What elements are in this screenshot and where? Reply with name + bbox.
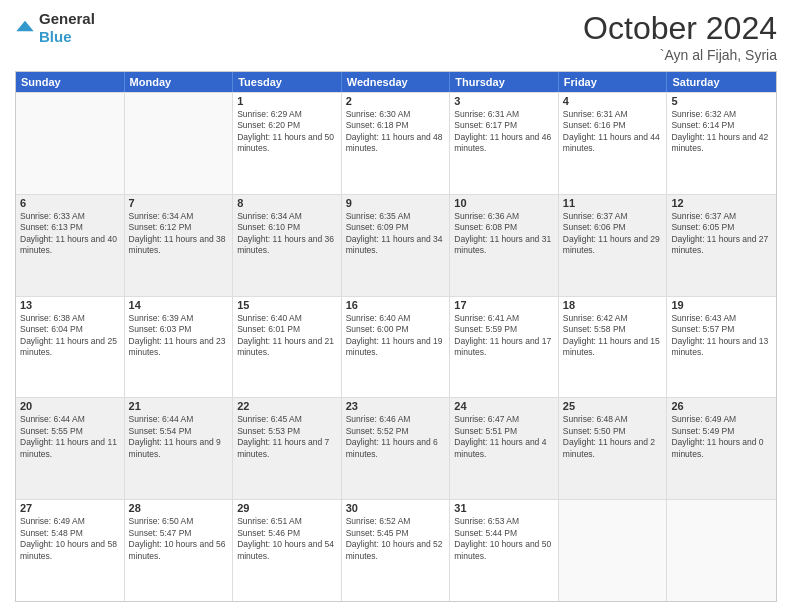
- day-number: 21: [129, 400, 229, 412]
- cell-info: Sunrise: 6:42 AMSunset: 5:58 PMDaylight:…: [563, 313, 663, 359]
- cell-info: Sunrise: 6:52 AMSunset: 5:45 PMDaylight:…: [346, 516, 446, 562]
- logo-icon: [15, 16, 35, 36]
- calendar-cell: 12Sunrise: 6:37 AMSunset: 6:05 PMDayligh…: [667, 195, 776, 296]
- calendar-cell: [125, 93, 234, 194]
- calendar-cell: 17Sunrise: 6:41 AMSunset: 5:59 PMDayligh…: [450, 297, 559, 398]
- day-number: 11: [563, 197, 663, 209]
- calendar-cell: 15Sunrise: 6:40 AMSunset: 6:01 PMDayligh…: [233, 297, 342, 398]
- month-year: October 2024: [583, 10, 777, 47]
- calendar-cell: 8Sunrise: 6:34 AMSunset: 6:10 PMDaylight…: [233, 195, 342, 296]
- calendar-cell: [559, 500, 668, 601]
- calendar-week-2: 6Sunrise: 6:33 AMSunset: 6:13 PMDaylight…: [16, 194, 776, 296]
- cell-info: Sunrise: 6:31 AMSunset: 6:17 PMDaylight:…: [454, 109, 554, 155]
- day-number: 19: [671, 299, 772, 311]
- day-number: 2: [346, 95, 446, 107]
- day-number: 27: [20, 502, 120, 514]
- day-number: 7: [129, 197, 229, 209]
- calendar-cell: 21Sunrise: 6:44 AMSunset: 5:54 PMDayligh…: [125, 398, 234, 499]
- day-number: 3: [454, 95, 554, 107]
- svg-marker-0: [16, 21, 33, 32]
- day-number: 29: [237, 502, 337, 514]
- cell-info: Sunrise: 6:30 AMSunset: 6:18 PMDaylight:…: [346, 109, 446, 155]
- calendar-header: SundayMondayTuesdayWednesdayThursdayFrid…: [16, 72, 776, 92]
- cell-info: Sunrise: 6:39 AMSunset: 6:03 PMDaylight:…: [129, 313, 229, 359]
- cell-info: Sunrise: 6:37 AMSunset: 6:06 PMDaylight:…: [563, 211, 663, 257]
- cell-info: Sunrise: 6:45 AMSunset: 5:53 PMDaylight:…: [237, 414, 337, 460]
- day-number: 18: [563, 299, 663, 311]
- calendar-cell: 19Sunrise: 6:43 AMSunset: 5:57 PMDayligh…: [667, 297, 776, 398]
- cell-info: Sunrise: 6:44 AMSunset: 5:54 PMDaylight:…: [129, 414, 229, 460]
- cell-info: Sunrise: 6:37 AMSunset: 6:05 PMDaylight:…: [671, 211, 772, 257]
- day-number: 30: [346, 502, 446, 514]
- day-number: 22: [237, 400, 337, 412]
- day-number: 25: [563, 400, 663, 412]
- day-number: 24: [454, 400, 554, 412]
- calendar-cell: 20Sunrise: 6:44 AMSunset: 5:55 PMDayligh…: [16, 398, 125, 499]
- calendar-cell: 13Sunrise: 6:38 AMSunset: 6:04 PMDayligh…: [16, 297, 125, 398]
- cell-info: Sunrise: 6:32 AMSunset: 6:14 PMDaylight:…: [671, 109, 772, 155]
- cell-info: Sunrise: 6:31 AMSunset: 6:16 PMDaylight:…: [563, 109, 663, 155]
- calendar-cell: 4Sunrise: 6:31 AMSunset: 6:16 PMDaylight…: [559, 93, 668, 194]
- calendar-cell: 9Sunrise: 6:35 AMSunset: 6:09 PMDaylight…: [342, 195, 451, 296]
- day-number: 6: [20, 197, 120, 209]
- cell-info: Sunrise: 6:49 AMSunset: 5:48 PMDaylight:…: [20, 516, 120, 562]
- calendar-body: 1Sunrise: 6:29 AMSunset: 6:20 PMDaylight…: [16, 92, 776, 601]
- day-number: 12: [671, 197, 772, 209]
- logo-general: General: [39, 10, 95, 27]
- page-header: General Blue October 2024 `Ayn al Fijah,…: [15, 10, 777, 63]
- calendar-cell: 16Sunrise: 6:40 AMSunset: 6:00 PMDayligh…: [342, 297, 451, 398]
- cell-info: Sunrise: 6:41 AMSunset: 5:59 PMDaylight:…: [454, 313, 554, 359]
- cell-info: Sunrise: 6:40 AMSunset: 6:01 PMDaylight:…: [237, 313, 337, 359]
- day-number: 9: [346, 197, 446, 209]
- calendar-cell: 18Sunrise: 6:42 AMSunset: 5:58 PMDayligh…: [559, 297, 668, 398]
- day-number: 28: [129, 502, 229, 514]
- day-header-wednesday: Wednesday: [342, 72, 451, 92]
- day-number: 16: [346, 299, 446, 311]
- cell-info: Sunrise: 6:44 AMSunset: 5:55 PMDaylight:…: [20, 414, 120, 460]
- calendar-cell: 2Sunrise: 6:30 AMSunset: 6:18 PMDaylight…: [342, 93, 451, 194]
- day-number: 23: [346, 400, 446, 412]
- cell-info: Sunrise: 6:51 AMSunset: 5:46 PMDaylight:…: [237, 516, 337, 562]
- cell-info: Sunrise: 6:34 AMSunset: 6:10 PMDaylight:…: [237, 211, 337, 257]
- day-number: 20: [20, 400, 120, 412]
- day-header-monday: Monday: [125, 72, 234, 92]
- day-number: 5: [671, 95, 772, 107]
- day-number: 4: [563, 95, 663, 107]
- day-number: 10: [454, 197, 554, 209]
- cell-info: Sunrise: 6:53 AMSunset: 5:44 PMDaylight:…: [454, 516, 554, 562]
- calendar-cell: 31Sunrise: 6:53 AMSunset: 5:44 PMDayligh…: [450, 500, 559, 601]
- calendar-cell: 27Sunrise: 6:49 AMSunset: 5:48 PMDayligh…: [16, 500, 125, 601]
- calendar-cell: 25Sunrise: 6:48 AMSunset: 5:50 PMDayligh…: [559, 398, 668, 499]
- day-number: 13: [20, 299, 120, 311]
- day-number: 31: [454, 502, 554, 514]
- day-number: 8: [237, 197, 337, 209]
- cell-info: Sunrise: 6:46 AMSunset: 5:52 PMDaylight:…: [346, 414, 446, 460]
- day-number: 15: [237, 299, 337, 311]
- calendar-cell: 7Sunrise: 6:34 AMSunset: 6:12 PMDaylight…: [125, 195, 234, 296]
- cell-info: Sunrise: 6:40 AMSunset: 6:00 PMDaylight:…: [346, 313, 446, 359]
- calendar-cell: 22Sunrise: 6:45 AMSunset: 5:53 PMDayligh…: [233, 398, 342, 499]
- cell-info: Sunrise: 6:36 AMSunset: 6:08 PMDaylight:…: [454, 211, 554, 257]
- day-header-thursday: Thursday: [450, 72, 559, 92]
- calendar-cell: 5Sunrise: 6:32 AMSunset: 6:14 PMDaylight…: [667, 93, 776, 194]
- calendar: SundayMondayTuesdayWednesdayThursdayFrid…: [15, 71, 777, 602]
- logo: General Blue: [15, 10, 95, 46]
- day-header-friday: Friday: [559, 72, 668, 92]
- location: `Ayn al Fijah, Syria: [583, 47, 777, 63]
- calendar-cell: 1Sunrise: 6:29 AMSunset: 6:20 PMDaylight…: [233, 93, 342, 194]
- cell-info: Sunrise: 6:48 AMSunset: 5:50 PMDaylight:…: [563, 414, 663, 460]
- cell-info: Sunrise: 6:50 AMSunset: 5:47 PMDaylight:…: [129, 516, 229, 562]
- calendar-cell: 26Sunrise: 6:49 AMSunset: 5:49 PMDayligh…: [667, 398, 776, 499]
- calendar-cell: 29Sunrise: 6:51 AMSunset: 5:46 PMDayligh…: [233, 500, 342, 601]
- calendar-cell: [16, 93, 125, 194]
- day-number: 14: [129, 299, 229, 311]
- cell-info: Sunrise: 6:29 AMSunset: 6:20 PMDaylight:…: [237, 109, 337, 155]
- cell-info: Sunrise: 6:33 AMSunset: 6:13 PMDaylight:…: [20, 211, 120, 257]
- calendar-cell: 6Sunrise: 6:33 AMSunset: 6:13 PMDaylight…: [16, 195, 125, 296]
- cell-info: Sunrise: 6:34 AMSunset: 6:12 PMDaylight:…: [129, 211, 229, 257]
- cell-info: Sunrise: 6:38 AMSunset: 6:04 PMDaylight:…: [20, 313, 120, 359]
- cell-info: Sunrise: 6:49 AMSunset: 5:49 PMDaylight:…: [671, 414, 772, 460]
- day-header-tuesday: Tuesday: [233, 72, 342, 92]
- calendar-cell: [667, 500, 776, 601]
- calendar-cell: 30Sunrise: 6:52 AMSunset: 5:45 PMDayligh…: [342, 500, 451, 601]
